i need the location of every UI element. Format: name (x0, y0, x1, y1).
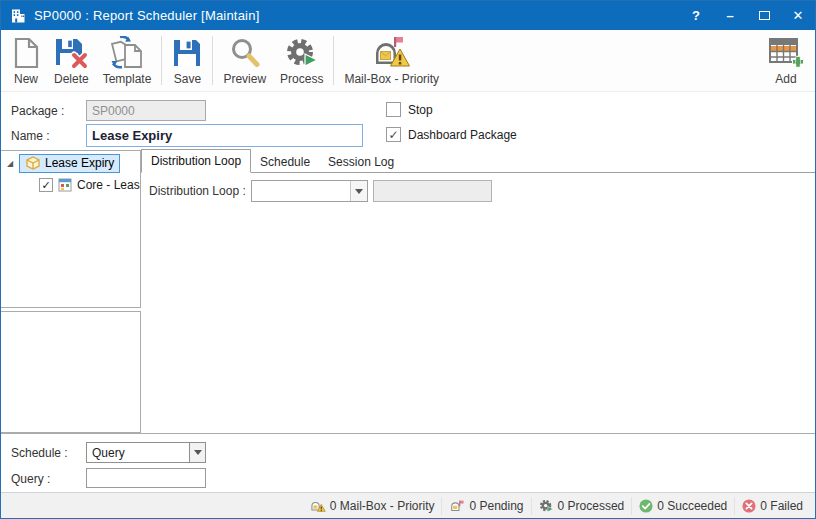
tree-child-label: Core - Leas (77, 178, 140, 192)
app-building-icon (10, 8, 26, 24)
toolbar-spacer (446, 32, 761, 91)
toolbar: New Delete (1, 30, 815, 92)
package-tree-panel: ◢ Lease Expiry ✓ Core - Leas (1, 150, 141, 308)
stop-checkbox-box[interactable]: ✓ (386, 102, 401, 117)
minimize-button[interactable]: – (713, 1, 747, 30)
tree-root-selected[interactable]: Lease Expiry (19, 154, 120, 173)
name-field[interactable] (86, 124, 363, 147)
stop-checkbox[interactable]: ✓ Stop (386, 102, 433, 117)
report-scheduler-window: SP0000 : Report Scheduler [Maintain] ? –… (0, 0, 816, 519)
distribution-loop-label: Distribution Loop : (149, 184, 246, 198)
mailbox-pending-icon (449, 499, 465, 513)
status-processed: 0 Processed (531, 497, 632, 515)
status-bar: 0 Mail-Box - Priority 0 Pending 0 Proces… (1, 492, 815, 518)
save-button[interactable]: Save (165, 32, 209, 91)
tree-root-label-text: Lease Expiry (45, 156, 114, 170)
tree-root-node[interactable]: ◢ Lease Expiry (1, 151, 140, 175)
help-button[interactable]: ? (679, 1, 713, 30)
chevron-down-icon (194, 450, 202, 455)
distribution-loop-extra-field (373, 180, 492, 202)
template-button[interactable]: Template (96, 32, 159, 91)
lower-empty-panel (1, 311, 141, 433)
toolbar-separator (333, 36, 334, 85)
tab-bar: Distribution Loop Schedule Session Log (141, 150, 815, 173)
distribution-loop-combobox[interactable] (251, 180, 368, 202)
package-box-icon (25, 156, 41, 170)
title-bar: SP0000 : Report Scheduler [Maintain] ? –… (1, 1, 815, 30)
package-field (86, 100, 206, 121)
chevron-down-icon (355, 189, 363, 194)
fail-circle-icon (742, 499, 756, 513)
mailbox-warning-icon (310, 499, 326, 513)
schedule-query-area: Schedule : Query Query : (1, 434, 815, 492)
tab-session-log[interactable]: Session Log (319, 151, 403, 173)
distribution-loop-tab-content: Distribution Loop : (141, 173, 815, 431)
new-document-icon (12, 35, 40, 71)
schedule-dropdown-button[interactable] (189, 442, 206, 463)
report-grid-icon (58, 178, 72, 192)
status-pending: 0 Pending (441, 497, 530, 515)
query-field[interactable] (86, 468, 206, 488)
package-label: Package : (11, 104, 64, 118)
status-failed: 0 Failed (734, 497, 810, 515)
status-mailbox-priority-label: 0 Mail-Box - Priority (330, 499, 435, 513)
schedule-combobox[interactable]: Query (86, 442, 206, 463)
delete-button[interactable]: Delete (47, 32, 96, 91)
tab-schedule[interactable]: Schedule (251, 151, 319, 173)
status-mailbox-priority: 0 Mail-Box - Priority (303, 497, 442, 515)
save-floppy-icon (172, 35, 202, 71)
tab-distribution-loop[interactable]: Distribution Loop (141, 149, 251, 173)
preview-magnifier-icon (229, 35, 261, 71)
gear-icon (539, 499, 554, 513)
toolbar-separator (161, 36, 162, 85)
process-gear-icon (285, 35, 319, 71)
tree-child-node[interactable]: ✓ Core - Leas (1, 175, 140, 192)
tree-expander-icon[interactable]: ◢ (5, 159, 15, 168)
preview-button[interactable]: Preview (216, 32, 273, 91)
mailbox-priority-button[interactable]: Mail-Box - Priority (337, 32, 446, 91)
status-succeeded-label: 0 Succeeded (657, 499, 727, 513)
maximize-button[interactable] (747, 1, 781, 30)
status-processed-label: 0 Processed (558, 499, 625, 513)
dashboard-checkbox-label: Dashboard Package (408, 128, 517, 142)
process-button[interactable]: Process (273, 32, 330, 91)
new-button[interactable]: New (5, 32, 47, 91)
mailbox-priority-icon (373, 35, 411, 71)
check-circle-icon (639, 499, 653, 513)
stop-checkbox-label: Stop (408, 103, 433, 117)
schedule-value: Query (87, 443, 190, 462)
package-form-area: Package : Name : ✓ Stop ✓ Dashboard Pack… (1, 92, 815, 150)
status-succeeded: 0 Succeeded (631, 497, 734, 515)
template-documents-icon (108, 35, 146, 71)
maximize-icon (759, 11, 770, 20)
delete-floppy-icon (54, 35, 88, 71)
close-button[interactable]: ✕ (781, 1, 815, 30)
window-title: SP0000 : Report Scheduler [Maintain] (34, 8, 259, 23)
dashboard-package-checkbox[interactable]: ✓ Dashboard Package (386, 127, 517, 142)
tree-child-checkbox[interactable]: ✓ (39, 178, 53, 192)
distribution-loop-value (252, 181, 350, 201)
add-button[interactable]: Add (761, 32, 811, 91)
distribution-loop-dropdown-button[interactable] (350, 181, 367, 201)
status-pending-label: 0 Pending (469, 499, 523, 513)
schedule-label: Schedule : (11, 446, 68, 460)
add-table-icon (768, 35, 804, 71)
dashboard-checkbox-box[interactable]: ✓ (386, 127, 401, 142)
name-label: Name : (11, 129, 50, 143)
status-failed-label: 0 Failed (760, 499, 803, 513)
toolbar-separator (212, 36, 213, 85)
query-label: Query : (11, 472, 50, 486)
